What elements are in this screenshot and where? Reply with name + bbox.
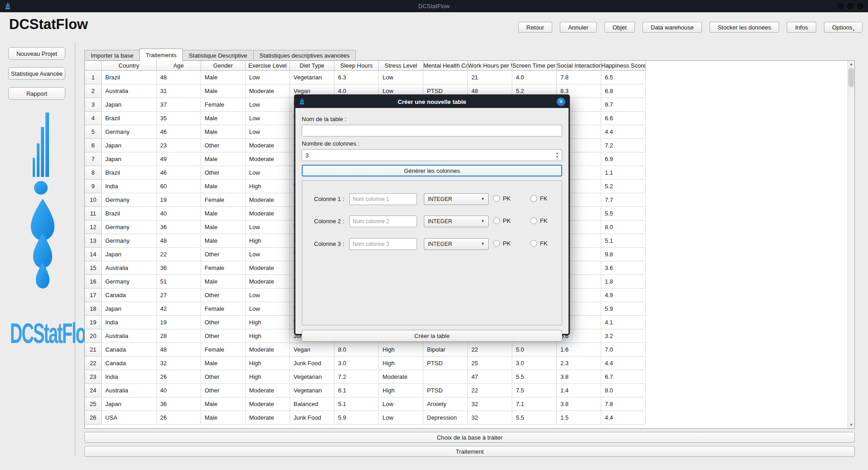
row-number-cell[interactable]: 2 (85, 84, 102, 98)
vertical-scrollbar[interactable]: ▲ ▼ (848, 61, 854, 428)
row-number-cell[interactable]: 23 (85, 370, 102, 384)
table-cell[interactable]: Japan (102, 139, 157, 152)
row-number-cell[interactable]: 24 (85, 384, 102, 397)
table-cell[interactable]: 5.5 (601, 207, 646, 220)
table-cell[interactable]: High (245, 316, 290, 329)
table-cell[interactable]: 7.0 (601, 343, 646, 357)
table-cell[interactable]: Vegetarian (290, 384, 334, 397)
table-cell[interactable]: Bipolar (423, 343, 468, 357)
column-header-mental-health-condition[interactable]: Mental Health Condition (423, 61, 468, 71)
table-cell[interactable]: 1.1 (601, 166, 646, 180)
table-cell[interactable]: 49 (157, 152, 201, 166)
table-cell[interactable]: 42 (157, 302, 201, 316)
table-cell[interactable]: 46 (157, 125, 201, 139)
table-cell[interactable]: Moderate (245, 411, 290, 425)
generate-columns-button[interactable]: Générer les colonnes (302, 165, 562, 176)
table-cell[interactable]: Male (201, 71, 245, 84)
table-cell[interactable]: Low (245, 302, 290, 316)
table-cell[interactable]: 36 (157, 261, 201, 275)
table-cell[interactable]: 48 (157, 343, 201, 357)
table-cell[interactable]: Low (245, 71, 290, 84)
table-cell[interactable]: Other (201, 166, 245, 180)
table-cell[interactable]: 22 (468, 384, 512, 397)
table-cell[interactable]: Balanced (290, 397, 334, 411)
table-cell[interactable]: 5.0 (512, 343, 557, 357)
table-cell[interactable]: Germany (102, 193, 157, 207)
table-cell[interactable]: Moderate (245, 152, 290, 166)
table-cell[interactable]: Other (201, 248, 245, 261)
table-cell[interactable]: Depression (423, 411, 468, 425)
table-cell[interactable]: USA (102, 411, 157, 425)
table-name-input[interactable] (302, 125, 562, 137)
row-number-cell[interactable]: 19 (85, 316, 102, 329)
table-cell[interactable]: 3.0 (512, 357, 557, 370)
table-cell[interactable]: Other (201, 329, 245, 343)
data-warehouse-button[interactable]: Data warehouse (642, 22, 702, 33)
table-cell[interactable]: 28 (157, 329, 201, 343)
row-number-cell[interactable]: 11 (85, 207, 102, 220)
column-header-stress-level[interactable]: Stress Level (379, 61, 423, 71)
dialog-close-button[interactable]: ✕ (557, 98, 565, 106)
column-header-happiness-score[interactable]: Happiness Score (601, 61, 646, 71)
table-cell[interactable]: Male (201, 397, 245, 411)
table-cell[interactable]: 6.7 (601, 370, 646, 384)
table-cell[interactable]: 7.1 (512, 397, 557, 411)
table-cell[interactable]: India (102, 370, 157, 384)
table-cell[interactable]: 32 (468, 411, 512, 425)
table-cell[interactable]: 5.9 (601, 302, 646, 316)
table-cell[interactable]: Male (201, 112, 245, 125)
table-cell[interactable]: 3.2 (601, 329, 646, 343)
objet-button[interactable]: Objet (604, 22, 635, 33)
table-cell[interactable]: Low (379, 71, 423, 84)
table-cell[interactable]: High (245, 357, 290, 370)
table-cell[interactable]: 1.6 (557, 343, 601, 357)
table-cell[interactable]: 22 (468, 343, 512, 357)
table-cell[interactable]: 36 (157, 220, 201, 234)
table-cell[interactable]: 3.8 (557, 370, 601, 384)
table-cell[interactable]: Male (201, 357, 245, 370)
table-cell[interactable]: 5.5 (512, 411, 557, 425)
rapport-button[interactable]: Rapport (8, 87, 65, 100)
table-cell[interactable]: Low (379, 397, 423, 411)
dialog-titlebar[interactable]: Créer une nouvelle table ✕ (295, 96, 569, 108)
table-cell[interactable]: 23 (157, 139, 201, 152)
table-cell[interactable]: India (102, 316, 157, 329)
table-cell[interactable]: 5.1 (601, 234, 646, 248)
table-cell[interactable]: 6.9 (601, 152, 646, 166)
row-number-cell[interactable]: 4 (85, 112, 102, 125)
row-number-cell[interactable]: 6 (85, 139, 102, 152)
table-cell[interactable]: 48 (157, 234, 201, 248)
column-2-fk-radio[interactable] (530, 217, 537, 224)
row-number-cell[interactable]: 3 (85, 98, 102, 112)
table-cell[interactable]: Canada (102, 357, 157, 370)
table-cell[interactable]: High (245, 180, 290, 193)
column-header-gender[interactable]: Gender (201, 61, 245, 71)
table-cell[interactable]: 1.8 (601, 275, 646, 289)
table-cell[interactable]: 60 (157, 180, 201, 193)
table-cell[interactable]: 8.0 (334, 343, 379, 357)
close-window-button-icon[interactable] (856, 2, 864, 10)
table-cell[interactable]: Male (201, 411, 245, 425)
table-cell[interactable]: Australia (102, 261, 157, 275)
row-number-cell[interactable]: 10 (85, 193, 102, 207)
column-1-type-select[interactable]: INTEGER▼ (424, 193, 489, 205)
table-cell[interactable]: Moderate (245, 207, 290, 220)
table-cell[interactable]: 26 (157, 370, 201, 384)
column-3-name-input[interactable] (349, 238, 417, 250)
table-cell[interactable]: Junk Food (290, 357, 334, 370)
maximize-button-icon[interactable] (846, 2, 854, 10)
column-2-name-input[interactable] (349, 215, 417, 227)
table-cell[interactable]: Other (201, 289, 245, 302)
table-cell[interactable]: 8.0 (601, 220, 646, 234)
table-cell[interactable]: Canada (102, 343, 157, 357)
table-cell[interactable]: Germany (102, 220, 157, 234)
table-cell[interactable] (423, 71, 468, 84)
row-number-cell[interactable]: 7 (85, 152, 102, 166)
table-cell[interactable]: Germany (102, 125, 157, 139)
column-3-pk-radio[interactable] (493, 240, 500, 247)
table-cell[interactable]: Female (201, 261, 245, 275)
table-cell[interactable]: 46 (157, 166, 201, 180)
table-cell[interactable]: Moderate (379, 370, 423, 384)
table-cell[interactable]: 5.1 (334, 397, 379, 411)
row-number-cell[interactable]: 21 (85, 343, 102, 357)
